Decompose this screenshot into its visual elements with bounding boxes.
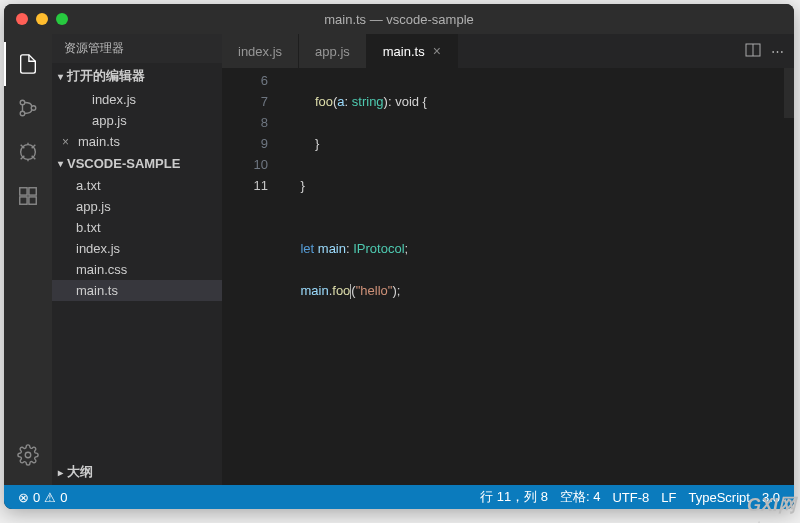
typescript-version[interactable]: 3.0 [756,488,786,506]
file-item[interactable]: b.txt [52,217,222,238]
chevron-down-icon: ▾ [58,158,63,169]
svg-rect-5 [20,197,27,204]
tab-label: index.js [238,44,282,59]
indentation-button[interactable]: 空格: 4 [554,488,606,506]
encoding-button[interactable]: UTF-8 [606,488,655,506]
code-editor[interactable]: 6 7 8 9 10 11 foo(a: string): void { } }… [222,68,794,485]
close-window-button[interactable] [16,13,28,25]
outline-header[interactable]: ▸ 大纲 [52,459,222,485]
line-number: 6 [222,70,268,91]
close-tab-icon[interactable]: × [433,43,441,59]
problems-button[interactable]: ⊗0 ⚠0 [12,490,73,505]
main-body: 资源管理器 ▾ 打开的编辑器 index.js app.js ×main.ts … [4,34,794,485]
minimize-window-button[interactable] [36,13,48,25]
minimap[interactable] [784,68,794,118]
svg-point-8 [25,452,31,458]
line-number: 11 [222,175,268,196]
sidebar: 资源管理器 ▾ 打开的编辑器 index.js app.js ×main.ts … [52,34,222,485]
open-editor-item[interactable]: app.js [52,110,222,131]
file-name: app.js [76,199,111,214]
file-item[interactable]: app.js [52,196,222,217]
editor-area: index.js app.js main.ts× ⋯ 6 7 8 9 10 11 [222,34,794,485]
tab-label: app.js [315,44,350,59]
code-content[interactable]: foo(a: string): void { } } let main: IPr… [286,68,794,485]
more-actions-icon[interactable]: ⋯ [771,44,784,59]
file-name: main.css [76,262,127,277]
folder-header[interactable]: ▾ VSCODE-SAMPLE [52,152,222,175]
titlebar: main.ts — vscode-sample [4,4,794,34]
tabs: index.js app.js main.ts× ⋯ [222,34,794,68]
open-editors-header[interactable]: ▾ 打开的编辑器 [52,63,222,89]
code-line[interactable]: let main: IProtocol; [286,238,794,259]
language-mode-button[interactable]: TypeScript [683,488,756,506]
svg-point-2 [31,106,36,111]
window-title: main.ts — vscode-sample [4,12,794,27]
cursor-position[interactable]: 行 11，列 8 [474,488,554,506]
explorer-icon[interactable] [4,42,52,86]
open-editor-item[interactable]: ×main.ts [52,131,222,152]
file-item[interactable]: main.css [52,259,222,280]
file-name: index.js [76,241,120,256]
svg-rect-7 [29,188,36,195]
line-number: 8 [222,112,268,133]
open-editor-item[interactable]: index.js [52,89,222,110]
split-editor-icon[interactable] [745,42,761,61]
svg-rect-4 [20,188,27,195]
statusbar: ⊗0 ⚠0 行 11，列 8 空格: 4 UTF-8 LF TypeScript… [4,485,794,509]
open-editors-label: 打开的编辑器 [67,67,145,85]
file-name: b.txt [76,220,101,235]
file-name: main.ts [76,283,118,298]
debug-icon[interactable] [4,130,52,174]
tab-actions: ⋯ [745,34,794,68]
file-name: a.txt [76,178,101,193]
code-line[interactable]: } [286,175,794,196]
file-item[interactable]: main.ts [52,280,222,301]
folder-label: VSCODE-SAMPLE [67,156,180,171]
outline-label: 大纲 [67,463,93,481]
line-number: 10 [222,154,268,175]
warning-icon: ⚠ [44,490,56,505]
eol-button[interactable]: LF [655,488,682,506]
svg-rect-6 [29,197,36,204]
chevron-right-icon: ▸ [58,467,63,478]
tab-indexjs[interactable]: index.js [222,34,299,68]
activitybar [4,34,52,485]
code-line[interactable]: main.foo("hello"); [286,280,794,301]
maximize-window-button[interactable] [56,13,68,25]
tab-appjs[interactable]: app.js [299,34,367,68]
extensions-icon[interactable] [4,174,52,218]
svg-point-1 [20,111,25,116]
line-number: 9 [222,133,268,154]
code-line[interactable]: } [286,133,794,154]
line-number: 7 [222,91,268,112]
source-control-icon[interactable] [4,86,52,130]
traffic-lights [4,13,68,25]
sidebar-title: 资源管理器 [52,34,222,63]
tab-label: main.ts [383,44,425,59]
file-name: index.js [92,92,136,107]
close-icon[interactable]: × [62,135,76,149]
svg-point-0 [20,100,25,105]
settings-icon[interactable] [4,433,52,477]
window: main.ts — vscode-sample 资源管理器 ▾ 打 [4,4,794,509]
file-name: main.ts [78,134,120,149]
gutter: 6 7 8 9 10 11 [222,68,286,485]
error-icon: ⊗ [18,490,29,505]
file-item[interactable]: a.txt [52,175,222,196]
file-name: app.js [92,113,127,128]
tab-maints[interactable]: main.ts× [367,34,458,68]
file-item[interactable]: index.js [52,238,222,259]
chevron-down-icon: ▾ [58,71,63,82]
code-line[interactable]: foo(a: string): void { [286,91,794,112]
